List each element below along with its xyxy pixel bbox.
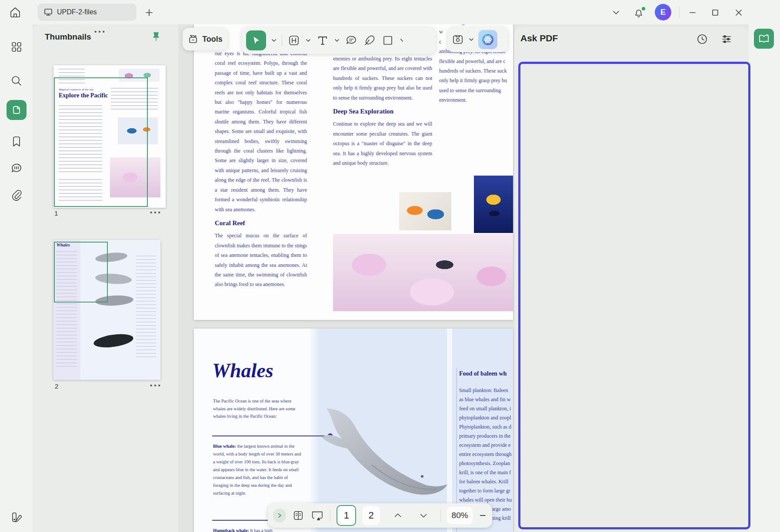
updf-app-window: our eyes is the magnificent and colorful… [0,0,780,532]
thumbnails-panel: ••• Thumbnails Magical creatures of the … [33,24,178,532]
thumbnail-page-2[interactable]: Whales [53,240,160,380]
topbar-divider [679,6,680,18]
tools-label: Tools [202,35,223,44]
select-tool-chevron-icon[interactable] [271,39,277,42]
thumbnail-selection-rect [54,242,108,303]
snapshot-chevron-icon[interactable] [469,38,474,41]
highlighter-tool-icon[interactable] [363,34,376,47]
document-viewport[interactable]: our eyes is the magnificent and colorful… [178,24,514,532]
previous-page-chevron-icon[interactable] [393,512,403,519]
toolbox-icon [188,34,198,44]
heading-tool-icon[interactable] [287,34,300,47]
thumbnail-page-1[interactable]: Magical creatures of the sea. Explore th… [53,65,166,208]
annotation-toolbar [242,27,436,54]
pin-icon[interactable] [151,31,161,43]
chevron-down-icon [612,10,620,15]
maximize-button[interactable] [708,5,723,20]
shape-tool-chevron-icon[interactable] [400,38,404,43]
food-heading: Food of baleen wh [459,370,507,377]
whales-title: Whales [212,359,273,382]
panel-drag-handle[interactable]: ••• [94,28,107,35]
snapshot-icon[interactable] [451,33,464,46]
tab-title: UPDF-2-files [57,8,97,16]
sidebar-item-appearance[interactable] [9,509,24,525]
paperclip-icon [11,190,22,202]
bookmark-icon [11,136,22,148]
comment-tool-icon[interactable] [345,34,358,47]
collapse-toolbar-button[interactable] [609,5,623,20]
pdf-page-1[interactable]: our eyes is the magnificent and colorful… [194,24,513,320]
plus-icon [145,8,153,17]
page-navigation-toolbar: 1 2 80% [268,503,492,528]
ai-assistant-button[interactable] [478,30,497,49]
next-page-chevron-icon[interactable] [419,512,428,519]
heading-tool-chevron-icon[interactable] [306,39,311,42]
maximize-icon [711,9,719,17]
thumbnail-1-caption: 1 [54,209,58,217]
sidebar-item-search[interactable] [9,73,24,89]
page-button-2[interactable]: 2 [362,506,380,525]
thumbnail-text-lines [136,256,156,360]
food-column: Small plankton: Baleenas blue whales and… [459,386,513,523]
toolbar-divider [330,509,330,522]
page-layout-icon[interactable] [292,509,304,522]
clownfish-photo [399,192,451,230]
zoom-level-box[interactable]: 80% [447,507,473,524]
whale-illustration [320,404,452,506]
cursor-icon [251,36,261,45]
chat-selection-outline [518,62,750,529]
pdf-page-2[interactable]: Whales The Pacific Ocean is one of the s… [194,329,513,532]
thumbnails-title: Thumbnails [45,32,91,42]
sidebar-item-comments[interactable] [9,161,24,176]
grid-icon [10,41,23,53]
new-tab-button[interactable] [142,5,157,20]
thumbnail-selection-rect [54,77,148,207]
user-avatar[interactable]: E [655,4,671,20]
chevron-right-icon [277,513,282,518]
toolbar-divider [282,34,282,47]
page-2-label: 2 [369,510,374,521]
window-top-bar: UPDF-2-files E [0,0,780,24]
text-tool-icon[interactable] [316,34,329,47]
sidebar-item-thumbnails-active[interactable] [7,100,27,120]
settings-sliders-icon[interactable] [720,33,733,45]
ai-reader-button[interactable] [754,29,774,49]
expand-toolbar-button[interactable] [273,509,286,522]
page-1-label: 1 [344,510,349,521]
zoom-out-icon[interactable] [479,511,487,520]
minimize-button[interactable] [685,5,700,20]
page1-column1: our eyes is the magnificent and colorful… [215,49,307,289]
monitor-icon [43,8,53,17]
thumbnail-orca [93,332,134,350]
notification-dot [642,7,645,10]
sidebar-item-overview[interactable] [9,39,24,55]
home-icon [9,6,22,19]
notifications-button[interactable] [631,5,646,20]
sidebar-item-attachments[interactable] [9,188,24,203]
blue-whale-paragraph: Blue whale: the largest known animal in … [213,442,303,497]
avatar-initial: E [660,8,666,17]
ai-swirl-icon [480,32,495,47]
toolbar-divider [440,509,441,522]
search-icon [10,75,23,87]
whales-intro: The Pacific Ocean is one of the seas whe… [213,397,302,420]
shape-tool-icon[interactable] [381,34,394,47]
presentation-icon[interactable] [310,509,324,522]
thumbnail-2-more-icon[interactable]: ••• [150,382,162,389]
right-tool-strip [749,24,780,532]
select-tool-button[interactable] [246,30,266,50]
text-tool-chevron-icon[interactable] [334,39,340,42]
sidebar-item-bookmarks[interactable] [9,134,24,150]
page-button-1[interactable]: 1 [337,505,356,526]
tools-button[interactable]: Tools [183,28,228,50]
comment-bars-icon [10,163,23,175]
history-icon[interactable] [696,33,708,45]
document-tab[interactable]: UPDF-2-files [37,3,137,21]
home-button[interactable] [8,5,23,20]
tang-fish-photo [474,176,513,233]
page1-column2: enemies or ambushing prey. Its eight ten… [333,54,432,168]
thumbnail-1-more-icon[interactable]: ••• [150,209,162,216]
swatches-icon [10,511,23,523]
close-button[interactable] [731,5,746,20]
thumbnail-2-caption: 2 [55,382,58,390]
